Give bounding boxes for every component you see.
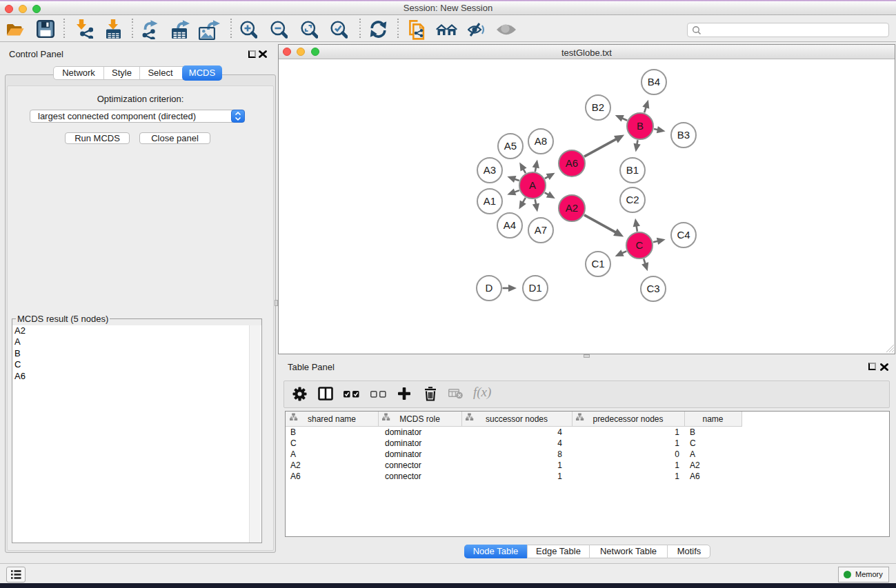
svg-text:A4: A4: [504, 219, 516, 231]
svg-text:B2: B2: [592, 101, 604, 113]
svg-text:C1: C1: [591, 258, 604, 270]
svg-text:D1: D1: [528, 282, 541, 294]
svg-text:B1: B1: [626, 164, 639, 176]
svg-text:C2: C2: [626, 194, 639, 205]
svg-text:D: D: [486, 282, 493, 294]
svg-text:A6: A6: [566, 157, 578, 169]
svg-text:B4: B4: [648, 76, 660, 88]
svg-text:C: C: [636, 239, 644, 251]
svg-text:C4: C4: [677, 229, 690, 241]
svg-text:A: A: [529, 179, 536, 191]
svg-text:A1: A1: [484, 195, 496, 207]
svg-text:A3: A3: [484, 164, 496, 176]
svg-text:A7: A7: [535, 224, 547, 236]
svg-text:C3: C3: [646, 283, 659, 294]
svg-text:A2: A2: [566, 202, 578, 214]
svg-text:A8: A8: [535, 135, 547, 147]
svg-text:A5: A5: [504, 140, 517, 152]
svg-text:B3: B3: [677, 129, 690, 141]
svg-text:B: B: [637, 120, 644, 132]
